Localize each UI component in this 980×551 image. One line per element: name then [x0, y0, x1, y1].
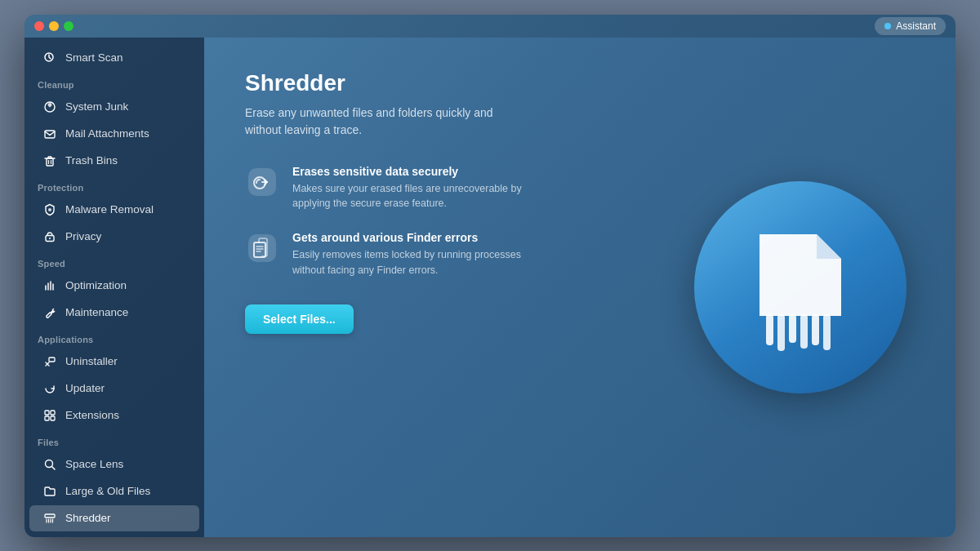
- section-label-applications: Applications: [24, 327, 204, 348]
- app-window: Assistant Smart Scan Cleanup: [24, 15, 956, 537]
- maximize-button[interactable]: [64, 21, 74, 31]
- hero-illustration: [694, 181, 906, 393]
- sidebar-item-large-old-files[interactable]: Large & Old Files: [29, 478, 199, 504]
- feature-item-secure-erase: Erases sensitive data securely Makes sur…: [245, 165, 555, 212]
- svg-rect-16: [45, 416, 49, 420]
- feature-list: Erases sensitive data securely Makes sur…: [245, 165, 555, 278]
- sidebar-item-trash-bins[interactable]: Trash Bins: [29, 148, 199, 174]
- optimization-icon: [42, 278, 57, 293]
- sidebar-item-label: System Junk: [65, 100, 128, 113]
- shredder-sidebar-icon: [42, 511, 57, 526]
- feature-desc-finder-errors: Easily removes items locked by running p…: [292, 247, 537, 278]
- sidebar-item-label: Mail Attachments: [65, 127, 149, 140]
- mail-attachments-icon: [42, 127, 57, 141]
- svg-rect-14: [45, 411, 49, 415]
- svg-line-19: [52, 466, 56, 469]
- sidebar-item-label: Privacy: [65, 230, 101, 242]
- large-old-files-icon: [42, 484, 57, 499]
- svg-rect-20: [45, 514, 55, 518]
- sidebar-item-label: Shredder: [65, 512, 111, 524]
- section-label-files: Files: [24, 429, 204, 451]
- sidebar-item-malware-removal[interactable]: Malware Removal: [29, 197, 199, 223]
- feature-item-finder-errors: Gets around various Finder errors Easily…: [245, 231, 555, 278]
- sidebar-item-label: Space Lens: [65, 458, 123, 470]
- feature-text-secure-erase: Erases sensitive data securely Makes sur…: [292, 165, 537, 212]
- svg-rect-15: [51, 411, 55, 415]
- section-label-speed: Speed: [24, 251, 204, 272]
- sidebar-item-label: Trash Bins: [65, 154, 118, 167]
- title-bar: Assistant: [24, 15, 956, 38]
- updater-icon: [42, 381, 57, 396]
- secure-erase-icon: [245, 165, 279, 199]
- svg-rect-13: [49, 358, 55, 362]
- smart-scan-icon: [42, 51, 57, 65]
- svg-rect-37: [823, 314, 831, 350]
- sidebar-item-label: Extensions: [65, 409, 119, 421]
- maintenance-icon: [42, 305, 57, 320]
- malware-removal-icon: [42, 202, 57, 217]
- sidebar-item-privacy[interactable]: Privacy: [29, 224, 199, 250]
- svg-rect-35: [800, 314, 808, 349]
- sidebar-item-label: Maintenance: [65, 306, 128, 318]
- sidebar-item-label: Updater: [65, 382, 105, 394]
- privacy-icon: [42, 229, 57, 244]
- svg-rect-36: [812, 314, 819, 345]
- svg-rect-34: [789, 314, 796, 343]
- uninstaller-icon: [42, 354, 57, 369]
- sidebar-item-uninstaller[interactable]: Uninstaller: [29, 349, 199, 375]
- hero-circle: [694, 181, 906, 393]
- minimize-button[interactable]: [49, 21, 59, 31]
- section-label-protection: Protection: [24, 175, 204, 196]
- sidebar-item-updater[interactable]: Updater: [29, 375, 199, 402]
- assistant-label: Assistant: [896, 20, 936, 32]
- close-button[interactable]: [34, 21, 44, 31]
- sidebar-item-label: Malware Removal: [65, 203, 154, 216]
- svg-rect-2: [45, 131, 55, 138]
- traffic-lights: [34, 21, 74, 31]
- feature-title-secure-erase: Erases sensitive data securely: [292, 165, 537, 178]
- svg-point-6: [48, 208, 51, 211]
- assistant-button[interactable]: Assistant: [875, 17, 946, 35]
- svg-rect-3: [47, 158, 53, 166]
- sidebar-item-label: Uninstaller: [65, 355, 118, 367]
- main-content: Smart Scan Cleanup System Junk: [24, 38, 956, 537]
- shredder-hero-icon: [735, 218, 866, 357]
- sidebar-item-mail-attachments[interactable]: Mail Attachments: [29, 121, 199, 147]
- sidebar-item-space-lens[interactable]: Space Lens: [29, 451, 199, 478]
- trash-bins-icon: [42, 153, 57, 168]
- page-title: Shredder: [245, 70, 915, 96]
- sidebar-item-optimization[interactable]: Optimization: [29, 273, 199, 299]
- sidebar: Smart Scan Cleanup System Junk: [24, 38, 204, 537]
- sidebar-item-smart-scan[interactable]: Smart Scan: [29, 45, 199, 71]
- sidebar-item-extensions[interactable]: Extensions: [29, 402, 199, 429]
- extensions-icon: [42, 408, 57, 423]
- sidebar-item-system-junk[interactable]: System Junk: [29, 94, 199, 120]
- assistant-dot-icon: [884, 23, 891, 29]
- sidebar-item-label: Large & Old Files: [65, 485, 150, 497]
- sidebar-item-maintenance[interactable]: Maintenance: [29, 300, 199, 326]
- sidebar-item-label: Optimization: [65, 279, 127, 291]
- feature-text-finder-errors: Gets around various Finder errors Easily…: [292, 231, 537, 278]
- page-subtitle: Erase any unwanted files and folders qui…: [245, 104, 523, 139]
- section-label-cleanup: Cleanup: [24, 72, 204, 93]
- content-area: Shredder Erase any unwanted files and fo…: [204, 38, 956, 537]
- feature-desc-secure-erase: Makes sure your erased files are unrecov…: [292, 181, 537, 212]
- svg-rect-32: [766, 314, 773, 345]
- svg-point-8: [49, 238, 51, 239]
- feature-title-finder-errors: Gets around various Finder errors: [292, 231, 537, 244]
- finder-errors-icon: [245, 231, 279, 265]
- svg-rect-33: [777, 314, 785, 351]
- sidebar-item-shredder[interactable]: Shredder: [29, 505, 199, 531]
- svg-rect-17: [51, 416, 55, 420]
- sidebar-item-label: Smart Scan: [65, 51, 123, 64]
- system-junk-icon: [42, 100, 57, 114]
- space-lens-icon: [42, 457, 57, 472]
- select-files-button[interactable]: Select Files...: [245, 304, 354, 334]
